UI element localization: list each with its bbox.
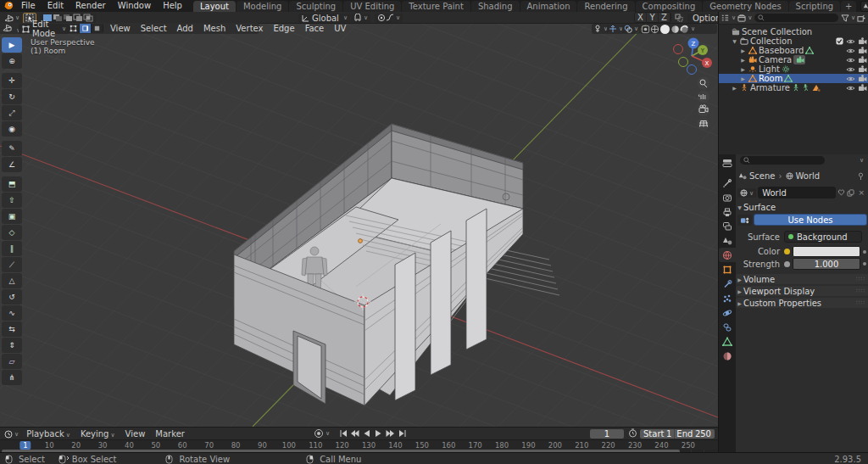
panel-grip-icon[interactable]: ∷∷ [856, 276, 865, 282]
play-button[interactable] [373, 429, 384, 439]
tool-edge-slide-button[interactable]: ⇆ [2, 321, 22, 337]
expander-icon[interactable]: ▼ [731, 38, 738, 44]
disable-in-renders-icon[interactable] [858, 56, 867, 64]
frame-range-fields[interactable]: Start 1 End 250 [640, 429, 715, 439]
shading-wireframe-icon[interactable] [650, 25, 659, 34]
unlink-icon[interactable]: × [856, 188, 866, 197]
room-pilaster[interactable] [395, 253, 415, 400]
animate-dot-icon[interactable] [863, 250, 866, 254]
topbar-menu-edit[interactable]: Edit [42, 0, 70, 12]
tool-shrink-fatten-button[interactable]: ⇕ [2, 338, 22, 353]
hide-in-viewport-icon[interactable] [846, 85, 855, 92]
record-icon[interactable] [314, 428, 324, 439]
timeline-editor-type-button[interactable]: ∨ [3, 429, 20, 439]
expander-icon[interactable]: ▶ [739, 66, 747, 72]
snap-base-icon[interactable] [675, 14, 684, 22]
display-mode-icon[interactable] [737, 14, 746, 22]
workspace-tab-shading[interactable]: Shading [471, 1, 520, 12]
select-subtract-icon[interactable] [63, 14, 73, 22]
outliner-row-room[interactable]: ▶Room [719, 74, 868, 83]
transform-orientation-dropdown[interactable]: Global ∨ [298, 14, 350, 23]
breadcrumb-scene[interactable]: Scene [749, 171, 776, 181]
tool-bevel-button[interactable]: ◇ [2, 225, 22, 240]
shading-rendered-icon[interactable] [680, 25, 689, 34]
workspace-tab-uv-editing[interactable]: UV Editing [343, 1, 401, 12]
previous-keyframe-button[interactable] [349, 429, 360, 439]
panel-header-viewport-display[interactable]: ▶ Viewport Display ∷∷ [736, 286, 868, 296]
outliner-editor-icon[interactable] [721, 14, 730, 22]
workspace-tab-rendering[interactable]: Rendering [577, 1, 634, 12]
viewport-menu-edge[interactable]: Edge [268, 24, 299, 33]
viewport-menu-mesh[interactable]: Mesh [198, 24, 231, 33]
jump-to-start-button[interactable] [337, 429, 348, 439]
tool-poly-build-button[interactable]: △ [2, 273, 22, 288]
panel-grip-icon[interactable]: ∷∷ [856, 288, 865, 294]
surface-panel-header[interactable]: ▼ Surface [736, 202, 868, 212]
snapping-dropdown[interactable]: ∨ [351, 14, 370, 23]
timeline-menu-playback[interactable]: Playback∨ [21, 429, 75, 439]
panel-grip-icon[interactable]: ∷∷ [856, 299, 865, 306]
expander-icon[interactable]: ▶ [739, 57, 747, 63]
hide-in-viewport-icon[interactable] [846, 38, 855, 45]
properties-search-input[interactable] [740, 156, 825, 165]
add-workspace-button[interactable]: + [841, 1, 856, 12]
tool-select-box-button[interactable]: ▶ [2, 37, 22, 53]
tool-measure-button[interactable]: ∠ [2, 157, 22, 172]
gizmo-x-neg[interactable] [674, 45, 683, 54]
jump-to-end-button[interactable] [397, 429, 408, 439]
mirror-y-button[interactable]: Y [647, 13, 659, 22]
new-copy-icon[interactable] [847, 189, 854, 197]
proportional-edit-dropdown[interactable]: ∨ [375, 14, 403, 23]
workspace-tab-sculpting[interactable]: Sculpting [289, 1, 342, 12]
outliner-row-scene-collection[interactable]: Scene Collection [719, 27, 868, 36]
next-keyframe-button[interactable] [385, 429, 396, 439]
play-reverse-button[interactable] [361, 429, 372, 439]
topbar-menu-render[interactable]: Render [70, 0, 112, 12]
workspace-tab-animation[interactable]: Animation [520, 1, 577, 12]
chevron-down-icon[interactable]: ∨ [860, 157, 864, 164]
edge-select-button[interactable] [80, 24, 92, 33]
tool-transform-button[interactable]: ◉ [2, 121, 22, 137]
hide-in-viewport-icon[interactable] [846, 66, 855, 73]
viewport-menu-view[interactable]: View [105, 24, 136, 33]
shading-solid-icon[interactable] [659, 24, 670, 35]
use-nodes-button[interactable]: Use Nodes [754, 214, 867, 226]
properties-tab-object-data[interactable] [719, 334, 736, 349]
tool-rip-region-button[interactable]: ⋔ [2, 370, 22, 385]
overlays-dropdown[interactable]: ∨ [622, 24, 640, 34]
xray-toggle-icon[interactable] [641, 25, 650, 34]
viewport-menu-uv[interactable]: UV [329, 24, 351, 33]
workspace-tab-scripting[interactable]: Scripting [789, 1, 840, 12]
use-preview-range-button[interactable] [628, 428, 637, 439]
select-invert-icon[interactable] [73, 14, 83, 22]
topbar-menu-file[interactable]: File [15, 0, 42, 12]
room-pilaster[interactable] [431, 231, 451, 375]
world-name-field[interactable]: World [758, 187, 836, 198]
tool-add-cube-button[interactable]: ⬒ [2, 176, 22, 192]
viewport-3d[interactable]: Z Y X ∨ [0, 12, 718, 427]
workspace-tab-compositing[interactable]: Compositing [636, 1, 703, 12]
tool-move-button[interactable]: ✛ [2, 73, 22, 88]
breadcrumb-world[interactable]: World [796, 171, 821, 181]
editor-type-button[interactable]: ∨ [3, 14, 21, 23]
tool-annotate-button[interactable]: ✎ [2, 141, 22, 156]
hide-in-viewport-icon[interactable] [846, 48, 855, 54]
pin-icon[interactable] [857, 172, 865, 181]
tool-inset-faces-button[interactable]: ▣ [2, 209, 22, 224]
world-browse-button[interactable]: ∨ [737, 188, 756, 198]
outliner-row-light[interactable]: ▶Light [719, 64, 868, 74]
timeline-menu-keying[interactable]: Keying∨ [75, 429, 120, 439]
hide-in-viewport-icon[interactable] [846, 75, 855, 82]
properties-tab-particles[interactable] [719, 291, 736, 305]
viewport-canvas[interactable]: Z Y X [0, 12, 718, 427]
viewport-menu-face[interactable]: Face [300, 24, 330, 33]
viewport-menu-select[interactable]: Select [136, 24, 172, 33]
outliner-row-baseboard[interactable]: ▶Baseboard [719, 46, 868, 55]
input-socket-icon[interactable] [784, 249, 790, 254]
outliner-row-collection[interactable]: ▼Collection [719, 36, 868, 46]
timeline-menu-view[interactable]: View [120, 429, 151, 439]
properties-tab-scene[interactable] [719, 233, 736, 248]
disable-in-renders-icon[interactable] [858, 47, 867, 54]
start-value[interactable]: 1 [666, 429, 671, 439]
vertex-select-button[interactable] [68, 24, 80, 33]
